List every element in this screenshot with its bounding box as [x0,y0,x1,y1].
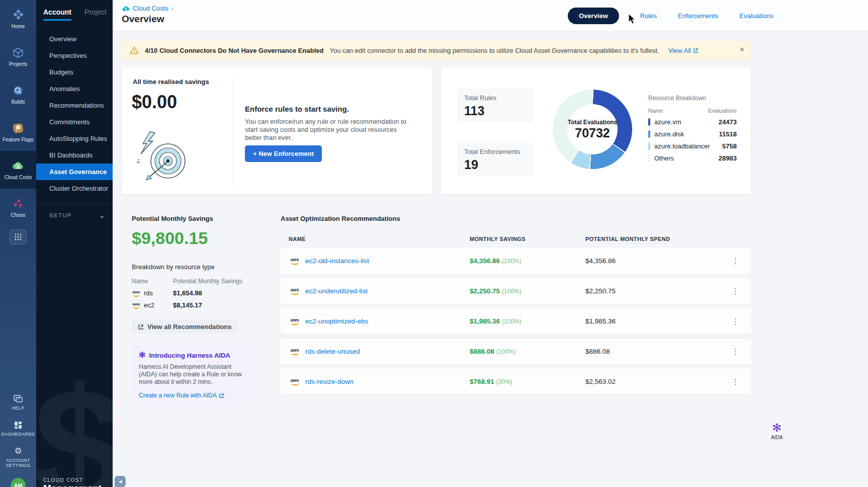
banner-link-label: View All [668,47,691,54]
sidebar-item-overview[interactable]: Overview [36,31,113,47]
page-header: $ Cloud Costs › Overview Overview Rules … [113,0,868,31]
breadcrumb-cloud-costs[interactable]: Cloud Costs [133,5,168,12]
sidebar-item-bi-dashboards[interactable]: BI Dashboards [36,147,113,164]
sidebar-menu: Overview Perspectives Budgets Anomalies … [36,31,113,197]
aws-icon: aws [132,290,141,297]
sidebar-item-recommendations[interactable]: Recommendations [36,97,113,114]
tab-evaluations[interactable]: Evaluations [739,12,773,20]
row-menu-kebab-icon[interactable]: ⋮ [721,257,751,266]
setup-label: SETUP [49,212,72,218]
legend-name: azure.vm [654,118,719,126]
savings-percent: (30%) [496,378,512,385]
dashboards-button[interactable]: DASHBOARDS [1,421,35,437]
realised-savings-title: All time realised savings [133,78,209,86]
tab-account[interactable]: Account [43,8,71,21]
governance-tabs: Overview Rules Enforcements Evaluations [568,8,773,24]
rail-item-projects[interactable]: Projects [0,38,36,75]
builds-icon [12,85,24,97]
module-grid-button[interactable] [10,229,27,245]
view-all-recommendations-button[interactable]: View all Recommendations [132,320,237,334]
tab-rules[interactable]: Rules [640,12,657,20]
row-menu-kebab-icon[interactable]: ⋮ [721,287,751,296]
recommendation-link[interactable]: rds-resize-down [305,378,354,385]
aws-icon: aws [289,258,301,265]
legend-row: azure.disk 11518 [648,130,737,138]
sidebar-item-anomalies[interactable]: Anomalies [36,80,113,97]
legend-title: Resource Breakdown [648,95,737,102]
rail-item-builds[interactable]: Builds [0,75,36,113]
tab-project[interactable]: Project [84,8,107,16]
row-menu-kebab-icon[interactable]: ⋮ [721,317,751,326]
legend-row: azure.vm 24473 [648,118,737,126]
rail-item-label: Builds [11,99,25,105]
realised-savings-card: All time realised savings $0.00 [122,67,432,194]
sidebar-item-autostopping-rules[interactable]: AutoStopping Rules [36,130,113,147]
dollar-watermark: $ [36,364,113,487]
recommendation-link[interactable]: rds-delete-unused [305,348,360,355]
legend-value: 11518 [719,130,737,138]
aida-card-body: Harness AI Development Assistant (AIDA) … [139,363,248,386]
legend-swatch-others [648,154,650,162]
total-enforcements-value: 19 [464,157,527,172]
create-rule-with-aida-link[interactable]: Create a new Rule with AIDA [139,392,248,399]
row-menu-kebab-icon[interactable]: ⋮ [721,377,751,386]
user-avatar[interactable]: AM [11,478,26,487]
legend-name: azure.loadbalancer [654,142,722,150]
card-divider [233,75,233,186]
module-title: CLOUD COST Management [43,477,102,487]
realised-savings-amount: $0.00 [132,92,177,113]
donut-center: Total Evaluations 70732 [567,104,618,154]
aida-fab[interactable]: ✻ AIDA [771,423,783,440]
enforce-cta-title: Enforce rules to start saving. [245,105,349,113]
rail-item-label: Home [12,24,25,29]
external-link-icon [693,48,699,53]
rail-item-chaos[interactable]: Chaos [0,189,36,226]
banner-title: 4/10 Cloud Connectors Do Not Have Govern… [145,47,323,54]
sidebar-item-cluster-orchestrator[interactable]: Cluster Orchestrator [36,180,113,197]
row-menu-kebab-icon[interactable]: ⋮ [721,347,751,356]
banner-close-icon[interactable]: ✕ [739,46,745,53]
rail-item-home[interactable]: Home [0,0,36,38]
external-link-icon [219,393,224,398]
sidebar-item-commitments[interactable]: Commitments [36,114,113,130]
aws-icon: aws [132,302,141,309]
home-icon [12,9,24,21]
rail-bottom: ? HELP DASHBOARDS ⚙ ACCOUNT SETTINGS AM [0,394,36,487]
evaluations-stats-card: Total Rules 113 Total Enforcements 19 To… [441,67,751,194]
help-button[interactable]: ? HELP [12,394,24,411]
resource-name: rds [144,289,153,297]
module-name: Management [43,483,102,487]
harness-ccm-app: Home Projects Builds Feature Flags $ Clo… [0,0,868,487]
recommendation-link[interactable]: ec2-underutilized-list [305,287,368,295]
legend-swatch-azure-vm [648,118,650,126]
tab-overview[interactable]: Overview [568,8,619,24]
monthly-spend-value: $4,356.86 [585,257,721,265]
monthly-savings-value: $4,356.86 [470,257,500,265]
aws-icon: aws [289,378,301,385]
potential-savings-title: Potential Monthly Savings [132,215,272,222]
asset-optimization-title: Asset Optimization Recommendations [281,215,751,222]
sidebar-item-budgets[interactable]: Budgets [36,64,113,80]
chevron-down-icon: ⌄ [99,211,106,219]
monthly-savings-value: $1,985.36 [470,317,500,325]
recommendation-link[interactable]: ec2-unoptimized-ebs [305,317,368,325]
recommendation-link[interactable]: ec2-old-instances-list [305,257,369,265]
legend-value: 24473 [719,118,737,126]
rail-item-cloud-costs[interactable]: $ Cloud Costs [0,151,36,189]
account-settings-button[interactable]: ⚙ ACCOUNT SETTINGS [3,447,33,468]
setup-section-toggle[interactable]: SETUP ⌄ [36,204,113,219]
tab-enforcements[interactable]: Enforcements [678,12,718,20]
chaos-icon [12,198,24,210]
grid-dots-icon [14,233,22,241]
ccm-sidebar: Account Project Overview Perspectives Bu… [36,0,113,487]
projects-cube-icon [12,47,24,59]
banner-view-all-link[interactable]: View All [668,47,699,54]
total-enforcements-stat: Total Enforcements 19 [457,142,534,176]
new-enforcement-button[interactable]: + New Enforcement [245,145,322,162]
sidebar-item-asset-governance[interactable]: Asset Governance [36,164,113,180]
total-rules-label: Total Rules [464,94,527,102]
sidebar-collapse-button[interactable]: ◀ [115,476,126,487]
sidebar-item-perspectives[interactable]: Perspectives [36,47,113,64]
resource-savings: $8,145.17 [173,301,202,309]
rail-item-feature-flags[interactable]: Feature Flags [0,113,36,151]
